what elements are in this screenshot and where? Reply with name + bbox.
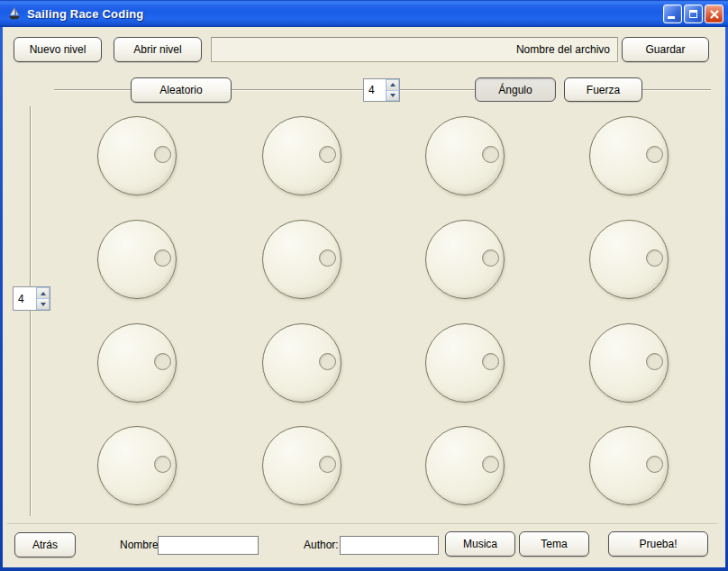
knob[interactable] [262, 323, 341, 403]
knob-indicator-dot [482, 353, 499, 370]
knob-indicator-dot [319, 456, 336, 473]
knob-indicator-dot [154, 146, 171, 163]
arrow-up-icon [390, 83, 396, 86]
knob[interactable] [589, 220, 669, 299]
knob-indicator-dot [482, 249, 499, 267]
knob[interactable] [425, 426, 505, 505]
knob[interactable] [425, 220, 505, 299]
arrow-down-icon [41, 303, 46, 306]
knob[interactable] [97, 426, 177, 505]
rows-spinner-down-button[interactable] [37, 298, 50, 310]
knob-indicator-dot [154, 249, 171, 267]
force-button[interactable]: Fuerza [564, 77, 642, 102]
bottom-separator [7, 523, 717, 525]
knob-indicator-dot [646, 249, 663, 267]
columns-spinner-down-button[interactable] [387, 90, 399, 102]
knob[interactable] [425, 116, 505, 195]
back-button[interactable]: Atrás [14, 532, 76, 557]
filename-field[interactable]: Nombre del archivo [211, 37, 618, 62]
minimize-button[interactable] [663, 5, 682, 23]
test-button[interactable]: Prueba! [608, 531, 708, 557]
app-window: Sailing Race Coding Nuevo nivel Abrir ni… [0, 0, 728, 571]
knob-indicator-dot [154, 353, 171, 370]
theme-button[interactable]: Tema [519, 531, 589, 557]
knob[interactable] [97, 323, 177, 403]
knob-indicator-dot [319, 249, 336, 267]
rows-spinner[interactable]: 4 [13, 286, 50, 311]
window-title: Sailing Race Coding [27, 7, 143, 21]
knob[interactable] [262, 426, 341, 505]
connector-line [54, 89, 131, 91]
knob[interactable] [262, 116, 341, 195]
knob[interactable] [589, 426, 669, 505]
minimize-icon [668, 16, 675, 19]
connector-line-vertical [30, 106, 32, 516]
random-button[interactable]: Aleatorio [131, 77, 232, 103]
save-button[interactable]: Guardar [622, 37, 709, 62]
open-level-button[interactable]: Abrir nivel [114, 37, 202, 62]
angle-button[interactable]: Ángulo [475, 77, 556, 102]
arrow-up-icon [41, 292, 46, 295]
columns-spinner-up-button[interactable] [387, 79, 399, 90]
knob[interactable] [262, 220, 341, 299]
sailboat-icon [7, 6, 22, 21]
maximize-icon [689, 10, 697, 18]
knob-indicator-dot [319, 353, 336, 370]
rows-spinner-value[interactable]: 4 [14, 287, 36, 310]
columns-spinner[interactable]: 4 [363, 78, 400, 102]
new-level-button[interactable]: Nuevo nivel [14, 37, 102, 62]
author-input[interactable] [340, 536, 439, 555]
titlebar[interactable]: Sailing Race Coding [0, 0, 728, 27]
music-button[interactable]: Musica [445, 531, 515, 557]
knob-indicator-dot [482, 146, 499, 163]
maximize-button[interactable] [684, 5, 703, 23]
columns-spinner-value[interactable]: 4 [364, 79, 386, 101]
author-label: Author: [304, 532, 339, 557]
close-icon [709, 9, 720, 20]
rows-spinner-up-button[interactable] [37, 287, 50, 298]
connector-line [642, 89, 711, 91]
knob[interactable] [589, 116, 669, 195]
knob-indicator-dot [482, 456, 499, 473]
knob-indicator-dot [646, 353, 663, 370]
knob[interactable] [97, 220, 177, 299]
close-button[interactable] [705, 5, 723, 23]
knob-indicator-dot [319, 146, 336, 163]
name-label: Nombre: [120, 532, 161, 557]
knob-indicator-dot [646, 146, 663, 163]
connector-line [232, 89, 363, 91]
name-input[interactable] [158, 536, 259, 555]
arrow-down-icon [390, 94, 396, 97]
knob-indicator-dot [646, 456, 663, 473]
knob[interactable] [97, 116, 177, 195]
knob[interactable] [589, 323, 669, 403]
knob-indicator-dot [154, 456, 171, 473]
knob[interactable] [425, 323, 505, 403]
connector-line [400, 89, 475, 91]
